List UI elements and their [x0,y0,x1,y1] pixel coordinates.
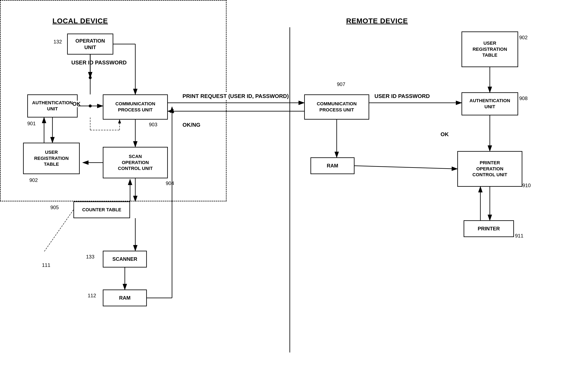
ref-904: 904 [166,180,174,186]
ref-908: 908 [519,95,527,101]
operation-unit-box: OPERATION UNIT [67,34,113,55]
ram-local-box: RAM [103,290,147,306]
ref-902-remote: 902 [519,35,527,41]
auth-unit-local-box: AUTHENTICATION UNIT [27,94,78,118]
divider [290,27,290,353]
print-request-label: PRINT REQUEST (USER ID, PASSWORD) [183,92,289,100]
ok-label-local: OK [72,101,81,107]
diagram: LOCAL DEVICE REMOTE DEVICE OPERATION UNI… [0,0,588,381]
ref-911: 911 [515,233,523,239]
ok-remote-label: OK [441,131,449,138]
ref-111: 111 [42,262,50,268]
user-reg-table-local-box: USER REGISTRATION TABLE [23,143,80,174]
ok-ng-label: OK/NG [183,122,200,128]
ram-remote-box: RAM [311,157,355,174]
printer-box: PRINTER [463,220,514,237]
svg-line-31 [44,210,73,252]
svg-line-23 [355,166,457,169]
comm-process-unit-remote-box: COMMUNICATION PROCESS UNIT [304,94,369,120]
ref-132: 132 [54,39,62,45]
ref-112: 112 [88,293,96,298]
ref-902-local: 902 [29,177,38,183]
scan-op-control-box: SCAN OPERATION CONTROL UNIT [103,147,168,178]
auth-unit-remote-box: AUTHENTICATION UNIT [462,92,518,115]
counter-table-box: COUNTER TABLE [73,201,130,218]
ref-133: 133 [86,254,94,260]
ref-903: 903 [149,122,157,127]
user-id-password-label-top: USER ID PASSWORD [71,59,127,66]
ref-901: 901 [27,121,36,127]
ref-910: 910 [522,183,531,189]
remote-device-title: REMOTE DEVICE [346,17,408,25]
user-reg-table-remote-box: USER REGISTRATION TABLE [462,31,518,67]
printer-op-control-box: PRINTER OPERATION CONTROL UNIT [457,151,522,187]
ref-907: 907 [337,81,345,87]
user-id-password-right-label: USER ID PASSWORD [375,92,430,100]
local-device-title: LOCAL DEVICE [52,17,108,25]
ref-905: 905 [50,205,59,211]
comm-process-unit-local-box: COMMUNICATION PROCESS UNIT [103,94,168,120]
scanner-box: SCANNER [103,251,147,268]
